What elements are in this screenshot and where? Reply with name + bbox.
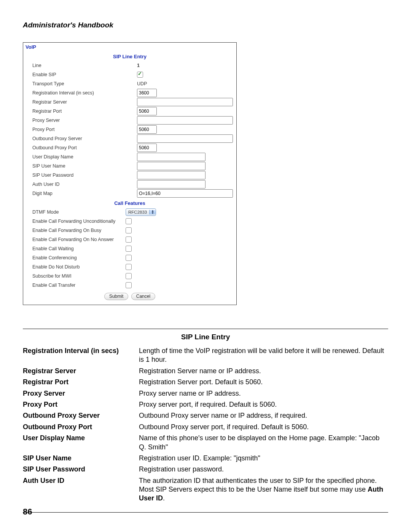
outbound-proxy-server-input[interactable] — [137, 134, 233, 143]
desc-term: SIP User Name — [23, 454, 139, 463]
desc-row: User Display NameName of this phone's us… — [23, 434, 388, 452]
dtmf-mode-value: RFC2833 — [126, 210, 149, 214]
submit-button[interactable]: Submit — [104, 293, 128, 300]
auth-user-term: Auth User ID — [23, 476, 139, 503]
page-number: 86 — [23, 507, 32, 517]
desc-row: Proxy PortProxy server port, if required… — [23, 400, 388, 409]
registrar-server-input[interactable] — [137, 98, 233, 106]
line-label: Line — [25, 63, 137, 68]
outbound-proxy-port-input[interactable] — [137, 144, 157, 152]
proxy-server-label: Proxy Server — [25, 118, 137, 123]
registration-interval-input[interactable] — [137, 89, 157, 97]
cf-noanswer-checkbox[interactable] — [126, 236, 132, 243]
desc-term: Outbound Proxy Server — [23, 411, 139, 420]
outbound-proxy-server-label: Outbound Proxy Server — [25, 136, 137, 141]
cf-noanswer-label: Enable Call Forwarding On No Answer — [25, 237, 126, 242]
desc-term: Proxy Port — [23, 400, 139, 409]
outbound-proxy-port-label: Outbound Proxy Port — [25, 145, 137, 150]
sip-user-name-label: SIP User Name — [25, 163, 137, 169]
registrar-server-label: Registrar Server — [25, 99, 137, 105]
desc-row: SIP User NameRegistration user ID. Examp… — [23, 454, 388, 463]
desc-row: Outbound Proxy PortOutbound Proxy server… — [23, 423, 388, 431]
dtmf-mode-label: DTMF Mode — [25, 209, 126, 215]
desc-definition: Outbound Proxy server port, if required.… — [139, 423, 388, 431]
transport-type-label: Transport Type — [25, 81, 137, 86]
cf-busy-label: Enable Call Forwarding On Busy — [25, 228, 126, 233]
conferencing-checkbox[interactable] — [126, 255, 132, 261]
call-transfer-label: Enable Call Transfer — [25, 283, 126, 288]
call-waiting-checkbox[interactable] — [126, 246, 132, 252]
voip-panel: VoIP SIP Line Entry Line 1 Enable SIP Tr… — [23, 42, 237, 305]
sip-user-name-input[interactable] — [137, 162, 206, 170]
user-display-name-input[interactable] — [137, 153, 206, 161]
desc-definition: Proxy server port, if required. Default … — [139, 400, 388, 409]
desc-definition: Registration user password. — [139, 465, 388, 474]
sip-user-password-label: SIP User Password — [25, 173, 137, 178]
desc-term: Outbound Proxy Port — [23, 423, 139, 431]
digit-map-input[interactable] — [137, 189, 233, 198]
table-title: SIP Line Entry — [23, 333, 388, 341]
registrar-port-input[interactable] — [137, 107, 157, 115]
user-display-name-label: User Display Name — [25, 154, 137, 160]
divider — [23, 512, 388, 513]
desc-row: SIP User PasswordRegistration user passw… — [23, 465, 388, 474]
proxy-port-input[interactable] — [137, 125, 157, 134]
line-value: 1 — [137, 63, 140, 68]
cf-unconditional-label: Enable Call Forwarding Unconditionally — [25, 219, 126, 224]
description-section: SIP Line Entry Registration Interval (in… — [23, 329, 388, 513]
desc-definition: Length of time the VoIP registration wil… — [139, 347, 388, 364]
cf-busy-checkbox[interactable] — [126, 227, 132, 233]
desc-row: Registrar ServerRegistration Server name… — [23, 367, 388, 375]
digit-map-label: Digit Map — [25, 191, 137, 196]
cf-unconditional-checkbox[interactable] — [126, 218, 132, 224]
conferencing-label: Enable Conferencing — [25, 255, 126, 260]
enable-sip-label: Enable SIP — [25, 72, 137, 77]
sip-user-password-input[interactable] — [137, 171, 206, 179]
desc-term: Registrar Port — [23, 378, 139, 387]
desc-term: Proxy Server — [23, 389, 139, 398]
sip-line-entry-heading: SIP Line Entry — [23, 54, 236, 59]
mwi-checkbox[interactable] — [126, 273, 132, 279]
call-transfer-checkbox[interactable] — [126, 282, 132, 288]
call-features-heading: Call Features — [23, 200, 236, 206]
desc-row: Outbound Proxy ServerOutbound Proxy serv… — [23, 411, 388, 420]
desc-definition: Registration user ID. Example: "jqsmith" — [139, 454, 388, 463]
desc-definition: Outbound Proxy server name or IP address… — [139, 411, 388, 420]
divider — [23, 329, 388, 329]
desc-definition: Registration Server name or IP address. — [139, 367, 388, 375]
enable-sip-checkbox[interactable] — [137, 72, 143, 78]
proxy-server-input[interactable] — [137, 116, 233, 125]
mwi-label: Subscribe for MWI — [25, 273, 126, 279]
desc-definition: Proxy server name or IP address. — [139, 389, 388, 398]
auth-user-desc: The authorization ID that authenticates … — [139, 476, 388, 503]
registrar-port-label: Registrar Port — [25, 109, 137, 114]
desc-row: Proxy ServerProxy server name or IP addr… — [23, 389, 388, 398]
panel-heading: VoIP — [23, 43, 236, 51]
dnd-label: Enable Do Not Disturb — [25, 264, 126, 270]
registration-interval-label: Registration Interval (in secs) — [25, 90, 137, 96]
auth-user-id-input[interactable] — [137, 180, 206, 189]
select-arrows-icon: ▲▼ — [149, 210, 156, 214]
desc-term: User Display Name — [23, 434, 139, 452]
proxy-port-label: Proxy Port — [25, 127, 137, 132]
call-waiting-label: Enable Call Waiting — [25, 246, 126, 251]
desc-term: Registrar Server — [23, 367, 139, 375]
auth-user-id-label: Auth User ID — [25, 182, 137, 187]
desc-definition: Registration Server port. Default is 506… — [139, 378, 388, 387]
dnd-checkbox[interactable] — [126, 264, 132, 270]
desc-row: Registration Interval (in secs)Length of… — [23, 347, 388, 364]
transport-type-value: UDP — [137, 81, 147, 86]
desc-definition: Name of this phone's user to be displaye… — [139, 434, 388, 452]
dtmf-mode-select[interactable]: RFC2833 ▲▼ — [126, 208, 156, 216]
cancel-button[interactable]: Cancel — [131, 293, 155, 300]
desc-row: Registrar PortRegistration Server port. … — [23, 378, 388, 387]
auth-user-row: Auth User ID The authorization ID that a… — [23, 476, 388, 503]
desc-term: Registration Interval (in secs) — [23, 347, 139, 364]
book-title: Administrator's Handbook — [23, 21, 388, 29]
desc-term: SIP User Password — [23, 465, 139, 474]
